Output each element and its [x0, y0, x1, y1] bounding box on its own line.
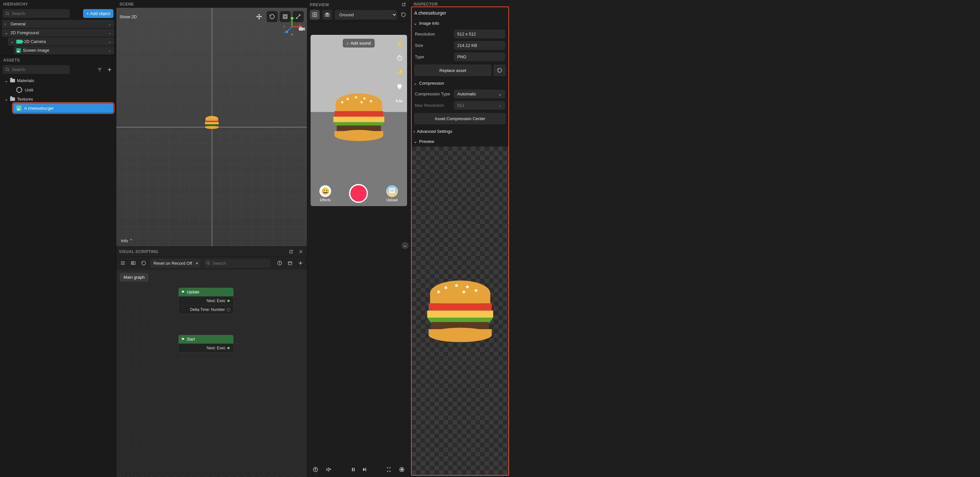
asset-item-label: Unlit [25, 87, 33, 92]
effects-label: Effects [320, 198, 331, 202]
upload-button[interactable]: 🖼 Upload [386, 185, 398, 202]
scene-object-burger[interactable] [204, 116, 220, 129]
scroll-down-icon[interactable]: ⌄ [401, 242, 409, 249]
chevron-down-icon[interactable]: ⌄ [108, 22, 111, 26]
hierarchy-item-2d-camera[interactable]: ⌄ 2D Camera ⌄ [8, 38, 114, 46]
share-icon[interactable] [311, 465, 320, 474]
size-value: 214.12 KB [454, 41, 505, 50]
add-node-button[interactable] [297, 259, 304, 267]
svg-rect-44 [132, 262, 134, 264]
preview-environment-select[interactable]: Ground [335, 10, 397, 19]
replace-asset-button[interactable]: Replace asset [414, 65, 492, 76]
section-image-info[interactable]: ⌄ Image Info [410, 18, 510, 29]
timer-icon[interactable] [395, 53, 404, 63]
chevron-down-icon[interactable]: ⌄ [108, 48, 111, 53]
hierarchy-item-general[interactable]: › General ⌄ [2, 20, 114, 28]
asset-folder-label: Textures [17, 97, 33, 101]
svg-rect-54 [313, 13, 317, 17]
device-frame[interactable]: ♪ Add sound ⚡ ✨ 0.5x 😀 Effects [310, 35, 407, 206]
reset-mode-select[interactable]: Reset on Record Off [150, 259, 201, 268]
chevron-down-icon[interactable]: ⌄ [108, 39, 111, 44]
hierarchy-item-screen-image[interactable]: Screen Image ⌄ [14, 46, 114, 54]
number-port-icon[interactable] [227, 308, 230, 311]
speed-toggle[interactable]: 0.5x [395, 96, 404, 106]
asset-folder-materials[interactable]: ⌄ Materials [3, 76, 113, 85]
refresh-asset-icon[interactable] [493, 65, 506, 76]
crop-icon[interactable] [385, 465, 393, 474]
compression-center-button[interactable]: Asset Compression Center [414, 113, 506, 124]
compression-type-select[interactable]: Automatic ⌄ [454, 90, 505, 98]
resolution-key: Resolution [415, 32, 451, 36]
vs-tab-main[interactable]: Main graph [119, 273, 149, 282]
add-asset-button[interactable] [106, 66, 113, 74]
section-advanced[interactable]: › Advanced Settings [410, 126, 510, 136]
shutter-button[interactable] [349, 184, 368, 203]
popout-icon[interactable] [288, 248, 294, 255]
node-update[interactable]: ⚑Update Next: Exec Delta Time: Number [178, 287, 234, 314]
section-compression[interactable]: ⌄ Compression [410, 78, 510, 88]
hierarchy-item-2d-foreground[interactable]: ⌄ 2D Foreground ⌄ [2, 29, 114, 37]
refresh-icon[interactable] [140, 259, 148, 267]
scene-info-toggle[interactable]: Info ⌃ [121, 238, 133, 243]
hierarchy-title: HIERARCHY [0, 0, 116, 8]
add-object-button[interactable]: + Add object [83, 9, 113, 18]
close-icon[interactable] [297, 248, 304, 255]
inspector-preview-area [412, 146, 508, 476]
chevron-down-icon: ⌄ [414, 81, 417, 86]
svg-line-31 [288, 27, 292, 31]
node-start[interactable]: ⚑Start Next: Exec [178, 335, 234, 353]
add-object-label: Add object [90, 11, 110, 16]
inspector-asset-name[interactable]: A cheeseburger [410, 8, 510, 18]
asset-item-unlit[interactable]: Unlit [13, 85, 113, 95]
svg-point-64 [398, 86, 401, 89]
preview-burger [331, 93, 387, 141]
chevron-down-icon[interactable]: ⌄ [108, 30, 111, 35]
mute-icon[interactable] [324, 465, 333, 474]
vs-search-input[interactable] [204, 259, 270, 268]
menu-icon[interactable] [119, 259, 127, 267]
filters-icon[interactable] [395, 82, 404, 92]
chevron-down-icon: ⌄ [498, 103, 502, 108]
record-icon[interactable] [398, 465, 406, 474]
assets-search-input[interactable] [3, 65, 70, 74]
add-sound-button[interactable]: ♪ Add sound [342, 39, 375, 48]
node-title: Start [187, 337, 195, 342]
chevron-down-icon: ⌄ [5, 78, 8, 83]
step-forward-icon[interactable] [360, 466, 368, 474]
preview-mode-ar[interactable] [310, 10, 320, 19]
svg-point-49 [279, 262, 280, 262]
scene-camera-icon[interactable] [299, 27, 305, 31]
info-icon[interactable] [276, 259, 283, 267]
preview-mode-camera[interactable] [322, 10, 332, 19]
asset-folder-label: Materials [17, 78, 34, 83]
svg-point-14 [6, 12, 8, 14]
show-2d-toggle[interactable]: Show 2D [119, 14, 137, 19]
asset-item-cheeseburger[interactable]: A cheeseburger [13, 103, 113, 113]
flag-icon: ⚑ [181, 337, 185, 342]
max-resolution-select[interactable]: 512 ⌄ [454, 101, 505, 110]
asset-folder-textures[interactable]: ⌄ Textures [3, 95, 113, 103]
refresh-icon[interactable] [399, 11, 407, 19]
section-title: Advanced Settings [417, 129, 452, 134]
exec-port-icon[interactable] [228, 299, 230, 303]
flash-icon[interactable]: ⚡ [395, 39, 404, 49]
effects-button[interactable]: 😀 Effects [320, 185, 331, 202]
magic-wand-icon[interactable]: ✨ [395, 67, 404, 77]
svg-line-46 [209, 264, 210, 265]
scene-viewport[interactable]: Show 2D Y X Z [116, 8, 307, 246]
section-title: Compression [419, 81, 444, 86]
rotate-tool[interactable] [267, 11, 278, 22]
svg-point-35 [283, 26, 285, 28]
frame-icon[interactable] [129, 259, 137, 267]
move-tool[interactable] [253, 11, 265, 22]
node-port-label: Next: Exec [207, 346, 226, 350]
vs-canvas[interactable]: Main graph ⚑Update Next: Exec Delta Time… [116, 269, 307, 477]
calendar-icon[interactable] [286, 259, 294, 267]
filter-icon[interactable] [96, 66, 103, 74]
search-icon [5, 11, 10, 16]
section-preview[interactable]: ⌄ Preview [410, 136, 510, 146]
pause-icon[interactable] [349, 466, 357, 474]
hierarchy-search-input[interactable] [3, 9, 70, 18]
exec-port-icon[interactable] [228, 346, 230, 350]
popout-icon[interactable] [400, 1, 407, 8]
